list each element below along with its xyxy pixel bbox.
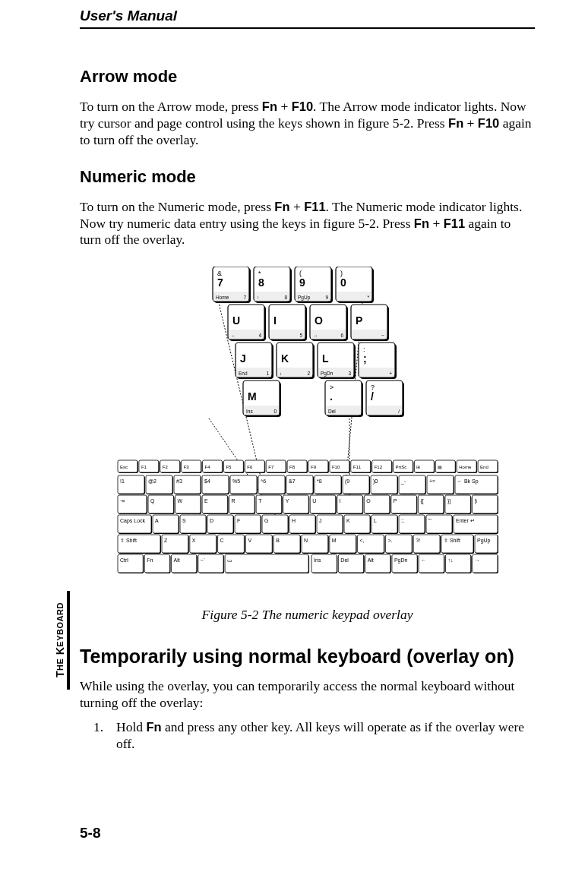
svg-text::;: :; (401, 518, 404, 523)
key-fn: Fn (262, 99, 277, 113)
svg-text:I: I (339, 498, 340, 504)
svg-text:F11: F11 (352, 465, 361, 469)
svg-text:F8: F8 (289, 465, 296, 469)
svg-text:Esc: Esc (120, 465, 128, 469)
svg-text:U: U (312, 498, 316, 504)
svg-text:M: M (248, 390, 257, 403)
svg-text:@2: @2 (148, 478, 156, 484)
svg-rect-29 (337, 292, 371, 301)
svg-text:Q: Q (150, 498, 155, 504)
svg-text:{[: {[ (420, 498, 423, 504)
key-f10: F10 (292, 99, 313, 113)
text: HE (55, 658, 65, 671)
svg-text:Home: Home (459, 465, 472, 469)
key-fn: Fn (414, 216, 429, 230)
svg-text:← Bk Sp: ← Bk Sp (457, 478, 479, 485)
svg-text:⇥: ⇥ (120, 498, 125, 504)
svg-text:←: ← (421, 557, 426, 563)
svg-text:−: − (381, 333, 384, 338)
svg-text:F1: F1 (141, 465, 147, 469)
text: To turn on the Arrow mode, press (80, 99, 262, 114)
svg-text:2: 2 (307, 371, 310, 376)
svg-text:&7: &7 (289, 478, 296, 484)
svg-text:?/: ?/ (416, 538, 420, 543)
svg-text:8: 8 (258, 276, 264, 289)
svg-text:>.: >. (387, 538, 392, 543)
svg-text:F4: F4 (204, 465, 210, 469)
svg-text:+=: += (429, 478, 435, 484)
svg-text:End: End (480, 465, 488, 469)
step-number: 1. (93, 719, 116, 753)
svg-text:%5: %5 (232, 478, 240, 484)
svg-rect-93 (367, 406, 402, 415)
svg-text:.: . (330, 390, 333, 403)
svg-text:9: 9 (299, 276, 305, 289)
svg-text:J: J (319, 518, 322, 523)
svg-text:8: 8 (284, 295, 287, 300)
svg-text:Caps Lock: Caps Lock (120, 518, 146, 524)
svg-text:$4: $4 (204, 478, 210, 484)
svg-text:E: E (204, 498, 208, 504)
svg-text:D: D (210, 518, 213, 523)
svg-text:▭: ▭ (227, 557, 232, 563)
svg-text:PgUp: PgUp (298, 295, 311, 301)
svg-text:↓: ↓ (280, 371, 282, 376)
para-temporarily: While using the overlay, you can tempora… (80, 678, 535, 712)
svg-text:Alt: Alt (367, 557, 373, 563)
svg-rect-213 (337, 495, 362, 513)
svg-text:⊞: ⊞ (416, 465, 420, 469)
svg-text:F5: F5 (226, 465, 232, 469)
svg-text:!1: !1 (120, 478, 125, 484)
figure-caption: Figure 5-2 The numeric keypad overlay (80, 607, 535, 623)
keyboard-diagram-svg: &7Home7*8↑8(9PgUp9)0*U←4I5O→6P−JEnd1K↓2L… (114, 267, 501, 593)
key-fn: Fn (274, 200, 289, 213)
svg-text:H: H (292, 518, 296, 523)
header-rule (80, 27, 535, 29)
svg-text:V: V (248, 538, 251, 543)
svg-text:<,: <, (359, 538, 364, 543)
text: EYBOARD (55, 603, 65, 648)
svg-text:F2: F2 (162, 465, 168, 469)
text: Hold (116, 719, 146, 734)
svg-text:F9: F9 (311, 465, 317, 469)
svg-text:+: + (389, 371, 392, 376)
svg-text:F10: F10 (331, 465, 340, 469)
svg-text:1: 1 (266, 371, 269, 376)
svg-text:Alt: Alt (173, 557, 179, 563)
svg-text:PgUp: PgUp (477, 538, 491, 544)
list-item: 1. Hold Fn and press any other key. All … (93, 719, 535, 753)
svg-text:4: 4 (258, 333, 261, 338)
svg-text:F3: F3 (183, 465, 189, 469)
svg-rect-321 (225, 554, 308, 573)
svg-text:_-: _- (400, 478, 406, 485)
side-tab-label: THE KEYBOARD (54, 603, 66, 678)
svg-text:PrtSc: PrtSc (395, 465, 406, 469)
svg-text:F12: F12 (374, 465, 382, 469)
svg-text:PgDn: PgDn (394, 557, 407, 564)
heading-arrow-mode: Arrow mode (80, 67, 535, 87)
step-text: Hold Fn and press any other key. All key… (116, 719, 535, 753)
svg-text:W: W (177, 498, 182, 504)
text: To turn on the Numeric mode, press (80, 199, 274, 214)
svg-text:5: 5 (299, 333, 302, 338)
svg-text:F7: F7 (268, 465, 274, 469)
svg-text:←: ← (231, 333, 236, 338)
key-f10: F10 (478, 116, 499, 130)
key-f11: F11 (304, 200, 325, 213)
svg-text:9: 9 (325, 295, 328, 300)
svg-text:0: 0 (340, 276, 346, 289)
svg-text:T: T (258, 498, 262, 504)
step-list: 1. Hold Fn and press any other key. All … (93, 719, 535, 753)
svg-text:End: End (239, 371, 248, 376)
svg-text:⇧ Shift: ⇧ Shift (444, 538, 460, 543)
svg-text:Del: Del (340, 557, 349, 563)
svg-text:)0: )0 (373, 478, 378, 485)
page-header: User's Manual (80, 8, 535, 24)
svg-text:0: 0 (273, 409, 277, 414)
svg-text:A: A (155, 518, 159, 523)
svg-text:→: → (474, 557, 479, 563)
svg-text:K: K (281, 352, 289, 365)
svg-text:Ctrl: Ctrl (120, 557, 128, 563)
svg-text:Z: Z (164, 538, 168, 543)
svg-text:O: O (315, 314, 323, 327)
